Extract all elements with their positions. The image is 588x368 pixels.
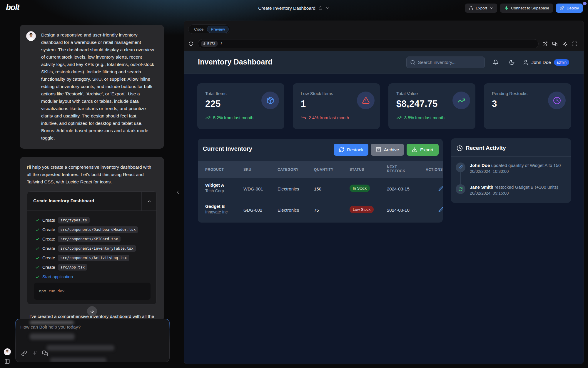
- activity-user: John Doe: [470, 163, 490, 168]
- export-csv-button[interactable]: Export: [407, 144, 439, 156]
- kpi-card-pending-restocks: Pending Restocks 3: [484, 83, 571, 129]
- cell-quantity[interactable]: 75: [314, 208, 319, 213]
- deploy-button[interactable]: Deploy: [556, 4, 583, 13]
- tab-preview[interactable]: Preview: [207, 26, 229, 33]
- task-file-chip[interactable]: src/components/KPICard.tsx: [58, 236, 121, 242]
- user-message: Design a responsive and user-friendly in…: [20, 25, 164, 149]
- edit-icon[interactable]: [438, 186, 443, 191]
- download-icon: [412, 147, 417, 152]
- bell-icon[interactable]: [493, 59, 499, 65]
- export-label: Export: [476, 6, 487, 10]
- responsive-devices-icon[interactable]: [552, 41, 558, 47]
- column-header: STATUS: [350, 168, 364, 172]
- recent-activity-card: Recent Activity John Doe updated quantit…: [451, 138, 571, 203]
- task-file-chip[interactable]: src/components/DashboardHeader.tsx: [58, 226, 138, 233]
- message-line: clarity and usability. The design should…: [41, 112, 157, 120]
- upload-icon: [469, 6, 473, 10]
- package-icon: [261, 92, 279, 109]
- table-row[interactable]: Gadget B Innovate Inc GDG-002 Electronic…: [198, 199, 443, 220]
- task-item[interactable]: Create src/App.tsx: [27, 263, 156, 272]
- kpi-trend-text: 3.8% from last month: [404, 115, 445, 120]
- check-icon: [35, 265, 40, 270]
- archive-label: Archive: [384, 147, 399, 152]
- connect-supabase-button[interactable]: Connect to Supabase: [500, 4, 553, 13]
- task-item[interactable]: Create src/types.ts: [27, 216, 156, 225]
- task-card-title: Create Inventory Dashboard: [33, 198, 94, 203]
- activity-timestamp: 20/02/2024, 09:15:00: [470, 191, 509, 195]
- activity-action: restocked Gadget B (+100 units): [493, 185, 558, 190]
- chat-input[interactable]: How can Bolt help you today?: [15, 319, 170, 362]
- column-header: CATEGORY: [278, 168, 298, 172]
- task-action: Create: [42, 227, 55, 232]
- profile-avatar[interactable]: [4, 348, 11, 355]
- task-item[interactable]: Create src/components/ActivityLog.tsx: [27, 253, 156, 263]
- product-cell: Gadget B Innovate Inc: [205, 204, 228, 214]
- task-file-chip[interactable]: src/App.tsx: [58, 264, 88, 271]
- chevron-up-icon[interactable]: [147, 199, 152, 204]
- message-line: Design a responsive and user-friendly in…: [41, 31, 157, 39]
- message-line: editing of inventory counts, and include…: [41, 83, 157, 90]
- cell-category: Electronics: [278, 208, 299, 213]
- chat-input-placeholder: How can Bolt help you today?: [20, 324, 81, 330]
- task-item[interactable]: Create src/components/DashboardHeader.ts…: [27, 225, 156, 234]
- command-name: npm: [39, 289, 46, 293]
- task-card-header[interactable]: Create Inventory Dashboard: [27, 192, 156, 211]
- reload-icon[interactable]: [188, 41, 193, 46]
- open-external-icon[interactable]: [542, 41, 548, 47]
- user-menu[interactable]: John Doe admin: [523, 59, 569, 66]
- user-avatar: [26, 31, 36, 41]
- project-title: Create Inventory Dashboard: [258, 6, 315, 11]
- task-file-chip[interactable]: src/components/ActivityLog.tsx: [58, 255, 130, 261]
- export-button[interactable]: Export: [465, 4, 497, 13]
- message-line: actions like 'Restock', 'Archive', or 'E…: [41, 90, 157, 97]
- alert-triangle-icon: [357, 92, 375, 109]
- workbench-tabs-bar: Code Preview: [184, 21, 584, 37]
- cell-quantity[interactable]: 150: [314, 186, 321, 191]
- activity-action: updated quantity of Widget A to 150: [490, 163, 561, 168]
- product-supplier: Tech Corp: [205, 188, 224, 193]
- terminal-command[interactable]: npmrun dev: [34, 283, 151, 300]
- message-line: modular layout with cards or tables, inc…: [41, 97, 157, 105]
- sparkles-icon[interactable]: [32, 350, 37, 356]
- task-item-start[interactable]: Start application: [27, 272, 156, 281]
- trending-up-icon: [396, 115, 402, 120]
- divider: [141, 192, 142, 211]
- search-input[interactable]: Search inventory...: [406, 57, 485, 68]
- fullscreen-icon[interactable]: [572, 41, 577, 47]
- chat-mode-icon[interactable]: [42, 350, 48, 356]
- collapse-chat-chevron-icon[interactable]: [175, 188, 181, 196]
- dashboard-header: Inventory Dashboard Search inventory... …: [184, 51, 584, 74]
- task-file-chip[interactable]: src/types.ts: [58, 217, 90, 223]
- task-item[interactable]: Create src/components/KPICard.tsx: [27, 234, 156, 244]
- scroll-to-bottom-button[interactable]: [87, 306, 97, 316]
- pointer-toggle-icon[interactable]: [562, 41, 568, 47]
- task-item[interactable]: Create src/components/InventoryTable.tsx: [27, 244, 156, 253]
- status-dot[interactable]: [583, 2, 587, 5]
- dark-mode-toggle-icon[interactable]: [509, 59, 515, 65]
- edit-icon[interactable]: [438, 207, 443, 212]
- attach-link-icon[interactable]: [21, 350, 27, 356]
- task-file-chip[interactable]: src/components/InventoryTable.tsx: [58, 245, 136, 252]
- table-row[interactable]: Widget A Tech Corp WDG-001 Electronics 1…: [198, 178, 443, 199]
- url-input[interactable]: 5173 /: [198, 39, 539, 48]
- dashboard-title: Inventory Dashboard: [198, 58, 273, 66]
- restock-button[interactable]: Restock: [334, 144, 368, 156]
- start-application-link[interactable]: Start application: [42, 274, 73, 279]
- activity-entry: John Doe updated quantity of Widget A to…: [470, 163, 561, 168]
- kpi-card-low-stock: Low Stock Items 1 2.4% from last month: [293, 83, 380, 129]
- view-switcher: Code Preview: [188, 24, 230, 34]
- column-header: ACTIONS: [426, 168, 443, 172]
- preview-url-bar: 5173 /: [184, 37, 584, 51]
- cell-restock-date: 2024-03-15: [387, 186, 410, 191]
- clock-icon: [548, 92, 566, 109]
- kpi-value: 3: [492, 99, 497, 109]
- tab-code[interactable]: Code: [190, 27, 207, 32]
- archive-button[interactable]: Archive: [371, 144, 404, 156]
- chevron-down-icon[interactable]: [325, 6, 330, 10]
- check-icon: [35, 246, 40, 251]
- toggle-sidebar-icon[interactable]: [4, 359, 10, 364]
- port-badge[interactable]: 5173: [201, 41, 218, 47]
- dashboard-header-actions: Search inventory... John Doe admin: [406, 51, 569, 74]
- bolt-app: bolt Create Inventory Dashboard Export C…: [0, 0, 588, 368]
- workbench-panel: Code Preview 5173 / Inventory Dashboar: [184, 21, 584, 364]
